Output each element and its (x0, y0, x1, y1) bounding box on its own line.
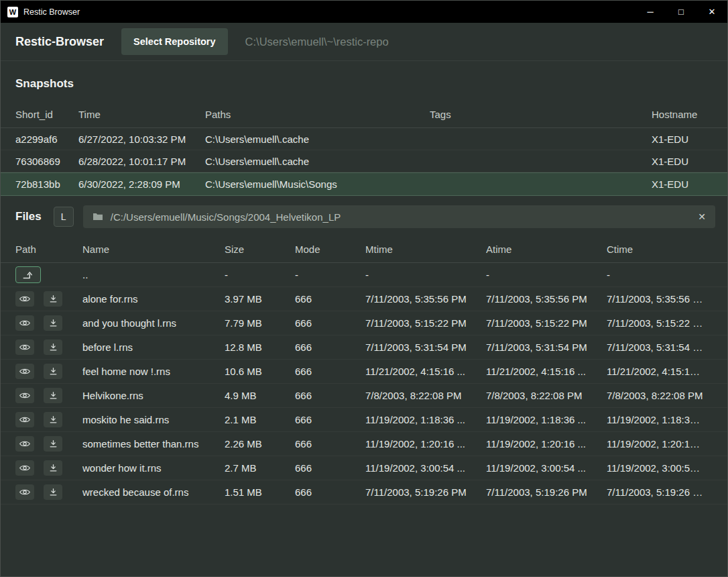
download-file-button[interactable] (44, 412, 62, 427)
files-heading: Files (15, 210, 42, 223)
file-row: feel home now !.rns 10.6 MB 666 11/21/20… (1, 360, 727, 384)
files-table-header: Path Name Size Mode Mtime Atime Ctime (1, 236, 727, 263)
file-name: and you thought l.rns (82, 317, 225, 329)
minimize-button[interactable]: ─ (635, 1, 666, 23)
file-atime: 7/11/2003, 5:31:54 PM (486, 342, 607, 353)
close-button[interactable]: ✕ (696, 1, 727, 23)
snapshot-paths: C:\Users\emuell\Music\Songs (205, 178, 430, 190)
file-atime: 7/11/2003, 5:15:22 PM (486, 317, 607, 329)
download-icon (49, 319, 58, 327)
preview-file-button[interactable] (15, 388, 34, 403)
file-ctime: 7/8/2003, 8:22:08 PM (607, 390, 713, 401)
preview-file-button[interactable] (15, 412, 34, 427)
titlebar: W Restic Browser ─ □ ✕ (1, 1, 727, 23)
file-name: moskito he said.rns (82, 414, 225, 425)
snapshot-hostname: X1-EDU (652, 156, 713, 167)
file-size: 4.9 MB (225, 390, 295, 401)
window-title: Restic Browser (23, 7, 80, 17)
file-row: and you thought l.rns 7.79 MB 666 7/11/2… (1, 311, 727, 335)
level-up-icon (22, 270, 34, 280)
column-header-hostname: Hostname (652, 109, 713, 120)
snapshot-short-id: a2299af6 (15, 134, 78, 145)
file-row: moskito he said.rns 2.1 MB 666 11/19/200… (1, 408, 727, 432)
file-atime: 11/19/2002, 3:00:54 ... (486, 462, 607, 474)
file-ctime: 7/11/2003, 5:35:56 PM (607, 293, 713, 305)
snapshots-table-body: a2299af6 6/27/2022, 10:03:32 PM C:\Users… (1, 128, 727, 196)
repository-path: C:\Users\emuell\~\restic-repo (245, 36, 389, 48)
snapshot-paths: C:\Users\emuell\.cache (205, 134, 430, 145)
preview-file-button[interactable] (15, 460, 34, 476)
download-icon (49, 488, 58, 496)
file-atime: - (486, 269, 607, 280)
column-header-ctime: Ctime (607, 244, 713, 255)
clear-path-button[interactable]: ✕ (698, 211, 706, 222)
file-atime: 7/8/2003, 8:22:08 PM (486, 390, 607, 401)
download-file-button[interactable] (44, 339, 62, 355)
snapshot-row[interactable]: 72b813bb 6/30/2022, 2:28:09 PM C:\Users\… (1, 172, 727, 196)
download-icon (49, 295, 58, 303)
file-mode: 666 (295, 317, 365, 329)
preview-file-button[interactable] (15, 484, 34, 500)
file-size: 7.79 MB (225, 317, 295, 329)
eye-icon (19, 415, 30, 424)
file-size: 10.6 MB (225, 366, 295, 377)
download-icon (49, 439, 58, 448)
file-mtime: 11/19/2002, 1:18:36 ... (365, 414, 486, 425)
current-path-bar[interactable]: /C:/Users/emuell/Music/Songs/2004_Helvet… (83, 205, 715, 228)
snapshot-row[interactable]: 76306869 6/28/2022, 10:01:17 PM C:\Users… (1, 150, 727, 172)
file-name[interactable]: .. (82, 269, 225, 280)
eye-icon (19, 343, 30, 352)
file-name: wonder how it.rns (82, 462, 225, 474)
download-file-button[interactable] (44, 436, 62, 452)
file-name: feel home now !.rns (82, 366, 225, 377)
preview-file-button[interactable] (15, 291, 34, 307)
tree-toggle-button[interactable]: L (54, 207, 74, 227)
column-header-time: Time (78, 109, 205, 120)
file-mtime: 7/11/2003, 5:15:22 PM (365, 317, 486, 329)
maximize-button[interactable]: □ (666, 1, 696, 23)
column-header-atime: Atime (486, 244, 607, 255)
file-mtime: 11/19/2002, 3:00:54 ... (365, 462, 486, 474)
file-ctime: 7/11/2003, 5:31:54 PM (607, 342, 713, 353)
snapshots-table-header: Short_id Time Paths Tags Hostname (1, 101, 727, 128)
file-size: 2.1 MB (225, 414, 295, 425)
file-mtime: 11/21/2002, 4:15:16 ... (365, 366, 486, 377)
select-repository-button[interactable]: Select Repository (121, 28, 228, 55)
eye-icon (19, 439, 30, 448)
eye-icon (19, 367, 30, 376)
file-size: - (225, 269, 295, 280)
preview-file-button[interactable] (15, 339, 34, 355)
file-size: 2.26 MB (225, 438, 295, 450)
file-row: sometimes better than.rns 2.26 MB 666 11… (1, 432, 727, 456)
eye-icon (19, 319, 30, 327)
file-size: 12.8 MB (225, 342, 295, 353)
files-table-body: alone for.rns 3.97 MB 666 7/11/2003, 5:3… (1, 287, 727, 505)
file-mtime: - (365, 269, 486, 280)
download-file-button[interactable] (44, 315, 62, 331)
file-ctime: 7/11/2003, 5:19:26 PM (607, 486, 713, 498)
file-name: sometimes better than.rns (82, 438, 225, 450)
file-mode: 666 (295, 390, 365, 401)
file-mode: - (295, 269, 365, 280)
snapshot-row[interactable]: a2299af6 6/27/2022, 10:03:32 PM C:\Users… (1, 128, 727, 150)
download-file-button[interactable] (44, 291, 62, 307)
file-atime: 7/11/2003, 5:19:26 PM (486, 486, 607, 498)
file-mtime: 11/19/2002, 1:20:16 ... (365, 438, 486, 450)
column-header-mtime: Mtime (365, 244, 486, 255)
column-header-mode: Mode (295, 244, 365, 255)
file-ctime: 11/19/2002, 1:20:16 ... (607, 438, 713, 450)
preview-file-button[interactable] (15, 315, 34, 331)
file-ctime: 11/21/2002, 4:15:16 ... (607, 366, 713, 377)
download-file-button[interactable] (44, 364, 62, 379)
go-up-button[interactable] (15, 266, 41, 283)
download-file-button[interactable] (44, 484, 62, 500)
app-title: Restic-Browser (15, 35, 104, 49)
file-mode: 666 (295, 293, 365, 305)
file-ctime: - (607, 269, 713, 280)
preview-file-button[interactable] (15, 364, 34, 379)
preview-file-button[interactable] (15, 436, 34, 452)
file-mtime: 7/8/2003, 8:22:08 PM (365, 390, 486, 401)
download-file-button[interactable] (44, 388, 62, 403)
download-file-button[interactable] (44, 460, 62, 476)
file-mode: 666 (295, 366, 365, 377)
